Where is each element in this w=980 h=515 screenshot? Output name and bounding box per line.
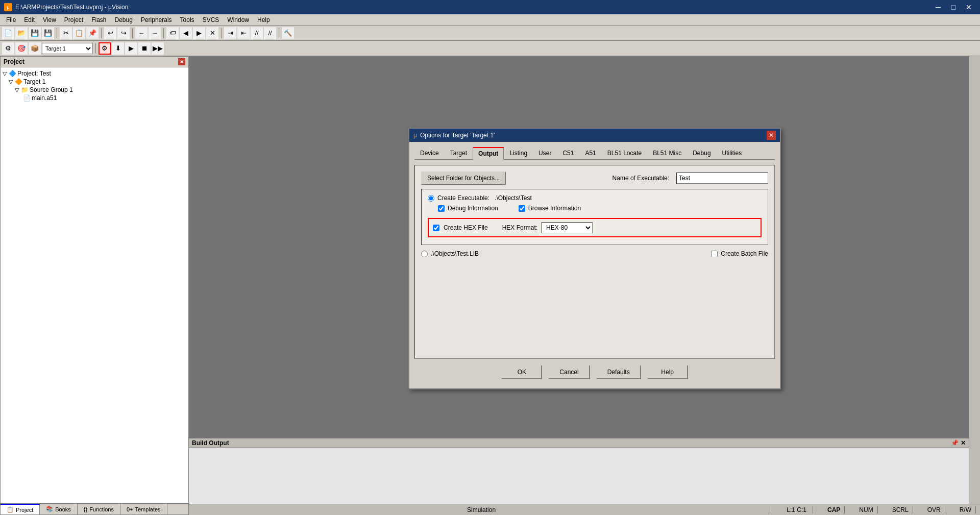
tree-label-source-group: Source Group 1	[30, 86, 73, 93]
menu-tools[interactable]: Tools	[176, 15, 199, 24]
dialog-body: Select Folder for Objects... Name of Exe…	[414, 165, 775, 359]
redo-btn[interactable]: ↪	[117, 27, 130, 39]
bookmark-btn[interactable]: 🏷	[166, 27, 179, 39]
tab-project[interactable]: 📋 Project	[1, 504, 40, 514]
tab-user[interactable]: User	[533, 147, 557, 160]
title-bar: μ E:\ARMProjects\Test\Test.uvproj - μVis…	[0, 0, 980, 14]
panel-tabs: 📋 Project 📚 Books {} Functions 0+ Templa…	[1, 503, 188, 514]
toolbar-1: 📄 📂 💾 💾 ✂ 📋 📌 ↩ ↪ ← → 🏷 ◀ ▶ ✕ ⇥ ⇤ // // …	[0, 26, 980, 41]
stop-debug-btn[interactable]: ⏹	[138, 42, 151, 55]
minimize-button[interactable]: ─	[931, 2, 945, 13]
target-options-btn[interactable]: ⚙	[2, 42, 14, 55]
sep4	[163, 28, 164, 38]
radio-create-executable[interactable]	[428, 195, 434, 202]
name-executable-input[interactable]	[676, 173, 768, 184]
tab-device[interactable]: Device	[414, 147, 445, 160]
run-btn[interactable]: ▶▶	[152, 42, 164, 55]
start-debug-btn[interactable]: ▶	[125, 42, 137, 55]
ok-btn[interactable]: OK	[501, 365, 542, 379]
target-btn3[interactable]: 📦	[29, 42, 41, 55]
tree-item-target1[interactable]: ▽ 🔶 Target 1	[9, 78, 186, 86]
select-folder-btn[interactable]: Select Folder for Objects...	[421, 171, 506, 185]
tab-target[interactable]: Target	[445, 147, 473, 160]
tab-project-icon: 📋	[7, 506, 14, 513]
nav-fwd-btn[interactable]: →	[149, 27, 161, 39]
copy-btn[interactable]: 📋	[73, 27, 85, 39]
tab-templates-label: Templates	[135, 506, 160, 512]
create-hex-checkbox[interactable]	[433, 225, 439, 231]
menu-bar: File Edit View Project Flash Debug Perip…	[0, 14, 980, 26]
tab-bl51-locate[interactable]: BL51 Locate	[602, 147, 647, 160]
dialog-close-btn[interactable]: ✕	[767, 131, 776, 140]
save-btn[interactable]: 💾	[29, 27, 41, 39]
tree-expand-target-icon: ▽	[9, 79, 13, 85]
create-lib-label: .\Objects\Test.LIB	[431, 250, 479, 257]
tab-utilities[interactable]: Utilities	[717, 147, 748, 160]
tab-functions[interactable]: {} Functions	[78, 504, 120, 514]
hex-format-select[interactable]: HEX-80 HEX-386	[542, 222, 593, 233]
tab-listing[interactable]: Listing	[504, 147, 533, 160]
menu-project[interactable]: Project	[60, 15, 87, 24]
project-icon: 🔷	[9, 70, 16, 77]
new-file-btn[interactable]: 📄	[2, 27, 14, 39]
project-panel-close[interactable]: ✕	[178, 58, 185, 65]
project-tree: ▽ 🔷 Project: Test ▽ 🔶 Target 1 ▽ 📁 Sourc…	[1, 67, 188, 503]
menu-peripherals[interactable]: Peripherals	[137, 15, 176, 24]
uncomment-btn[interactable]: //	[264, 27, 276, 39]
menu-flash[interactable]: Flash	[87, 15, 110, 24]
radio-create-lib[interactable]	[421, 251, 428, 257]
menu-edit[interactable]: Edit	[20, 15, 39, 24]
clear-bookmark-btn[interactable]: ✕	[206, 27, 218, 39]
tree-item-project[interactable]: ▽ 🔷 Project: Test	[3, 69, 186, 78]
menu-view[interactable]: View	[39, 15, 60, 24]
dialog-content: Device Target Output Listing User C51 A5…	[409, 142, 780, 388]
next-bookmark-btn[interactable]: ▶	[193, 27, 205, 39]
cut-btn[interactable]: ✂	[60, 27, 72, 39]
dialog-tabs: Device Target Output Listing User C51 A5…	[414, 147, 775, 160]
defaults-btn[interactable]: Defaults	[596, 365, 641, 379]
tab-c51[interactable]: C51	[557, 147, 579, 160]
menu-window[interactable]: Window	[223, 15, 253, 24]
prev-bookmark-btn[interactable]: ◀	[180, 27, 192, 39]
dl-flash-btn[interactable]: ⬇	[112, 42, 124, 55]
build-btn[interactable]: 🔨	[282, 27, 294, 39]
tab-books[interactable]: 📚 Books	[40, 504, 78, 514]
help-btn[interactable]: Help	[647, 365, 688, 379]
modal-overlay: μ Options for Target 'Target 1' ✕ Device…	[189, 56, 980, 515]
paste-btn[interactable]: 📌	[86, 27, 99, 39]
browse-info-row: Browse Information	[519, 205, 581, 212]
outdent-btn[interactable]: ⇤	[237, 27, 250, 39]
debug-info-checkbox[interactable]	[438, 205, 445, 212]
content-area: Build Output 📌 ✕ Simulation L:1 C:1 CAP …	[189, 56, 980, 515]
browse-info-checkbox[interactable]	[519, 205, 525, 212]
create-batch-checkbox[interactable]	[711, 251, 718, 257]
tab-a51[interactable]: A51	[579, 147, 601, 160]
tree-item-main[interactable]: 📄 main.a51	[21, 94, 186, 102]
radio-row-executable: Create Executable: .\Objects\Test	[428, 194, 762, 202]
tree-label-project: Project: Test	[17, 70, 51, 77]
target-select[interactable]: Target 1	[42, 43, 93, 54]
comment-btn[interactable]: //	[251, 27, 263, 39]
menu-file[interactable]: File	[2, 15, 20, 24]
open-btn[interactable]: 📂	[15, 27, 28, 39]
target-btn2[interactable]: 🎯	[15, 42, 28, 55]
indent-btn[interactable]: ⇥	[224, 27, 236, 39]
close-button[interactable]: ✕	[962, 2, 976, 13]
form-row-folder: Select Folder for Objects... Name of Exe…	[421, 171, 768, 185]
tab-templates[interactable]: 0+ Templates	[120, 504, 167, 514]
tab-bl51-misc[interactable]: BL51 Misc	[647, 147, 687, 160]
tab-debug[interactable]: Debug	[687, 147, 716, 160]
cancel-btn[interactable]: Cancel	[548, 365, 590, 379]
menu-debug[interactable]: Debug	[111, 15, 137, 24]
menu-help[interactable]: Help	[253, 15, 274, 24]
save-all-btn[interactable]: 💾	[42, 27, 54, 39]
menu-svcs[interactable]: SVCS	[199, 15, 224, 24]
tree-item-source-group[interactable]: ▽ 📁 Source Group 1	[15, 86, 186, 94]
maximize-button[interactable]: □	[946, 2, 961, 13]
dialog-buttons: OK Cancel Defaults Help	[414, 359, 775, 383]
tab-output[interactable]: Output	[473, 147, 504, 160]
options-for-target-btn[interactable]: ⚙	[99, 42, 111, 55]
nav-back-btn[interactable]: ←	[135, 27, 148, 39]
file-icon: 📄	[23, 94, 31, 102]
undo-btn[interactable]: ↩	[104, 27, 116, 39]
